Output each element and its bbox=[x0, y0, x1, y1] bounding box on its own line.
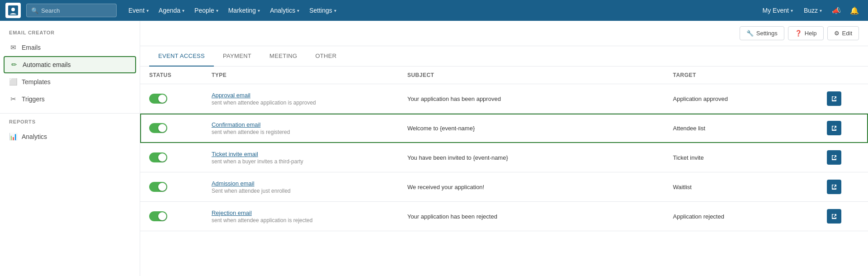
email-type-sub: Sent when attendee just enrolled bbox=[212, 188, 389, 194]
subject-cell: Your application has been approved bbox=[398, 84, 664, 114]
chevron-down-icon: ▾ bbox=[791, 8, 793, 13]
app-logo[interactable] bbox=[5, 3, 21, 18]
question-icon: ❓ bbox=[795, 30, 802, 37]
status-cell bbox=[140, 202, 203, 231]
sidebar-item-analytics[interactable]: 📊 Analytics bbox=[0, 128, 140, 145]
nav-my-event[interactable]: My Event ▾ bbox=[758, 4, 797, 17]
main-layout: EMAIL CREATOR ✉ Emails ✏ Automatic email… bbox=[0, 21, 868, 276]
email-type-link[interactable]: Admission email bbox=[212, 180, 389, 187]
type-cell: Confirmation email sent when attendee is… bbox=[203, 114, 398, 143]
type-cell: Rejection email sent when attendee appli… bbox=[203, 202, 398, 231]
email-table: Status Type Subject Target Approval emai… bbox=[140, 67, 868, 231]
action-cell bbox=[818, 84, 868, 114]
email-tabs: EVENT ACCESS PAYMENT MEETING OTHER bbox=[140, 46, 868, 67]
table-row: Approval email sent when attendee applic… bbox=[140, 84, 868, 114]
col-header-type: Type bbox=[203, 67, 398, 84]
search-icon: 🔍 bbox=[31, 7, 38, 14]
sidebar-item-emails[interactable]: ✉ Emails bbox=[0, 39, 140, 56]
nav-item-people[interactable]: People ▾ bbox=[190, 4, 223, 17]
col-header-subject: Subject bbox=[398, 67, 664, 84]
email-type-sub: sent when attendee application is approv… bbox=[212, 100, 389, 106]
nav-buzz[interactable]: Buzz ▾ bbox=[799, 4, 826, 17]
gear-icon: ⚙ bbox=[834, 30, 840, 37]
chevron-down-icon: ▾ bbox=[820, 8, 822, 13]
sidebar-item-templates[interactable]: ⬜ Templates bbox=[0, 73, 140, 90]
chevron-down-icon: ▾ bbox=[182, 8, 184, 13]
email-type-link[interactable]: Confirmation email bbox=[212, 121, 389, 128]
action-cell bbox=[818, 172, 868, 202]
type-cell: Ticket invite email sent when a buyer in… bbox=[203, 143, 398, 172]
triggers-icon: ✂ bbox=[9, 95, 17, 103]
toggle-1[interactable] bbox=[149, 123, 167, 133]
action-cell bbox=[818, 114, 868, 143]
automatic-emails-icon: ✏ bbox=[10, 61, 18, 69]
tab-event-access[interactable]: EVENT ACCESS bbox=[149, 46, 214, 67]
megaphone-icon[interactable]: 📣 bbox=[828, 4, 844, 18]
email-type-link[interactable]: Ticket invite email bbox=[212, 151, 389, 157]
help-button[interactable]: ❓ Help bbox=[788, 26, 824, 40]
table-row: Ticket invite email sent when a buyer in… bbox=[140, 143, 868, 172]
col-header-status: Status bbox=[140, 67, 203, 84]
subject-cell: Welcome to {event-name} bbox=[398, 114, 664, 143]
type-cell: Approval email sent when attendee applic… bbox=[203, 84, 398, 114]
svg-point-1 bbox=[11, 8, 15, 11]
sidebar-divider bbox=[0, 113, 140, 114]
sidebar-item-triggers[interactable]: ✂ Triggers bbox=[0, 90, 140, 108]
table-row: Confirmation email sent when attendee is… bbox=[140, 114, 868, 143]
chevron-down-icon: ▾ bbox=[297, 8, 299, 13]
tab-payment[interactable]: PAYMENT bbox=[214, 46, 260, 67]
subject-cell: Your application has been rejected bbox=[398, 202, 664, 231]
target-cell: Attendee list bbox=[664, 114, 817, 143]
tab-other[interactable]: OTHER bbox=[306, 46, 345, 67]
email-type-sub: sent when attendee is registered bbox=[212, 129, 389, 135]
status-cell bbox=[140, 114, 203, 143]
edit-button[interactable]: ⚙ Edit bbox=[827, 26, 859, 40]
search-placeholder: Search bbox=[41, 7, 60, 14]
email-icon: ✉ bbox=[9, 43, 17, 52]
toggle-0[interactable] bbox=[149, 94, 167, 104]
open-button[interactable] bbox=[827, 121, 841, 135]
nav-item-analytics[interactable]: Analytics ▾ bbox=[265, 4, 304, 17]
nav-item-marketing[interactable]: Marketing ▾ bbox=[224, 4, 264, 17]
col-header-action bbox=[818, 67, 868, 84]
action-bar: 🔧 Settings ❓ Help ⚙ Edit bbox=[140, 21, 868, 46]
analytics-icon: 📊 bbox=[9, 133, 17, 141]
table-row: Admission email Sent when attendee just … bbox=[140, 172, 868, 202]
main-content: 🔧 Settings ❓ Help ⚙ Edit EVENT ACCESS PA… bbox=[140, 21, 868, 276]
nav-item-event[interactable]: Event ▾ bbox=[124, 4, 153, 17]
target-cell: Application rejected bbox=[664, 202, 817, 231]
toggle-4[interactable] bbox=[149, 211, 167, 221]
table-row: Rejection email sent when attendee appli… bbox=[140, 202, 868, 231]
settings-button[interactable]: 🔧 Settings bbox=[740, 26, 784, 40]
action-cell bbox=[818, 202, 868, 231]
bell-icon[interactable]: 🔔 bbox=[846, 4, 863, 18]
target-cell: Waitlist bbox=[664, 172, 817, 202]
wrench-icon: 🔧 bbox=[746, 30, 754, 37]
nav-item-settings[interactable]: Settings ▾ bbox=[305, 4, 341, 17]
email-type-link[interactable]: Rejection email bbox=[212, 209, 389, 216]
action-cell bbox=[818, 143, 868, 172]
col-header-target: Target bbox=[664, 67, 817, 84]
toggle-3[interactable] bbox=[149, 182, 167, 192]
status-cell bbox=[140, 172, 203, 202]
chevron-down-icon: ▾ bbox=[216, 8, 218, 13]
open-button[interactable] bbox=[827, 150, 841, 165]
email-type-sub: sent when a buyer invites a third-party bbox=[212, 158, 389, 165]
sidebar-item-automatic-emails[interactable]: ✏ Automatic emails bbox=[4, 56, 136, 73]
open-button[interactable] bbox=[827, 91, 841, 106]
search-box[interactable]: 🔍 Search bbox=[26, 4, 117, 17]
toggle-2[interactable] bbox=[149, 152, 167, 162]
target-cell: Application approved bbox=[664, 84, 817, 114]
chevron-down-icon: ▾ bbox=[146, 8, 149, 13]
nav-item-agenda[interactable]: Agenda ▾ bbox=[154, 4, 189, 17]
nav-right: My Event ▾ Buzz ▾ 📣 🔔 bbox=[758, 4, 863, 18]
email-type-link[interactable]: Approval email bbox=[212, 92, 389, 99]
chevron-down-icon: ▾ bbox=[258, 8, 260, 13]
open-button[interactable] bbox=[827, 209, 841, 224]
sidebar-section-reports: REPORTS bbox=[0, 119, 140, 128]
status-cell bbox=[140, 84, 203, 114]
tab-meeting[interactable]: MEETING bbox=[260, 46, 306, 67]
nav-items: Event ▾ Agenda ▾ People ▾ Marketing ▾ An… bbox=[124, 4, 756, 17]
email-table-container: Status Type Subject Target Approval emai… bbox=[140, 67, 868, 276]
open-button[interactable] bbox=[827, 180, 841, 194]
